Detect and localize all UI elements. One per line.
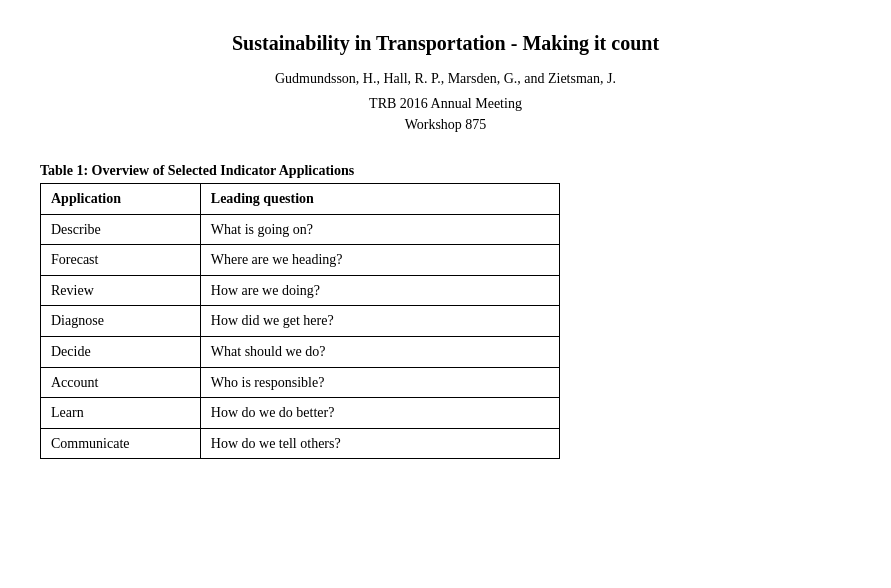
cell-question: How do we do better? [200, 398, 559, 429]
conference: TRB 2016 Annual Meeting [40, 93, 851, 114]
table-row: AccountWho is responsible? [41, 367, 560, 398]
cell-question: Where are we heading? [200, 245, 559, 276]
cell-application: Forecast [41, 245, 201, 276]
cell-application: Review [41, 275, 201, 306]
table-caption: Table 1: Overview of Selected Indicator … [40, 163, 851, 179]
cell-application: Decide [41, 336, 201, 367]
cell-application: Learn [41, 398, 201, 429]
table-row: DiagnoseHow did we get here? [41, 306, 560, 337]
cell-application: Communicate [41, 428, 201, 459]
cell-application: Describe [41, 214, 201, 245]
table-row: ReviewHow are we doing? [41, 275, 560, 306]
cell-question: How are we doing? [200, 275, 559, 306]
cell-question: How did we get here? [200, 306, 559, 337]
table-section: Table 1: Overview of Selected Indicator … [40, 163, 851, 459]
table-row: DecideWhat should we do? [41, 336, 560, 367]
indicator-table: Application Leading question DescribeWha… [40, 183, 560, 459]
workshop: Workshop 875 [40, 114, 851, 135]
cell-question: Who is responsible? [200, 367, 559, 398]
table-header-row: Application Leading question [41, 184, 560, 215]
cell-question: How do we tell others? [200, 428, 559, 459]
table-row: ForecastWhere are we heading? [41, 245, 560, 276]
table-row: LearnHow do we do better? [41, 398, 560, 429]
table-row: CommunicateHow do we tell others? [41, 428, 560, 459]
cell-question: What is going on? [200, 214, 559, 245]
authors: Gudmundsson, H., Hall, R. P., Marsden, G… [40, 68, 851, 89]
cell-application: Account [41, 367, 201, 398]
col-header-question: Leading question [200, 184, 559, 215]
table-row: DescribeWhat is going on? [41, 214, 560, 245]
cell-application: Diagnose [41, 306, 201, 337]
col-header-application: Application [41, 184, 201, 215]
main-title: Sustainability in Transportation - Makin… [40, 30, 851, 56]
cell-question: What should we do? [200, 336, 559, 367]
page-header: Sustainability in Transportation - Makin… [40, 30, 851, 135]
